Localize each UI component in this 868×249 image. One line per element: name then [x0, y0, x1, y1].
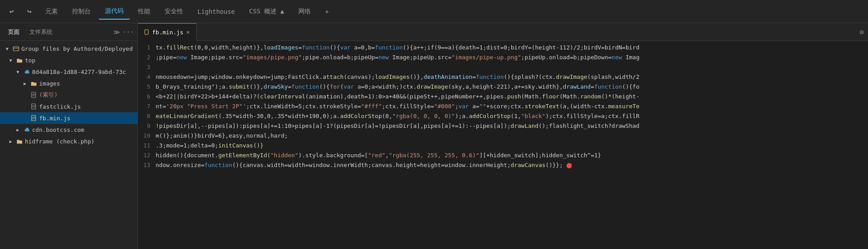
- tree-top-folder[interactable]: ▼ top: [0, 54, 137, 66]
- code-line-10: 10 m()};anim()}birdV=6},easy,normal,hard…: [138, 131, 868, 141]
- code-line-9: 9 !pipesDir[a],--pipes[a]):pipes[a]+=1:1…: [138, 121, 868, 131]
- more-icon[interactable]: ···: [123, 29, 134, 36]
- index-file-label: (索引): [39, 91, 58, 99]
- top-folder-icon: [16, 57, 23, 64]
- images-folder-icon: [30, 80, 37, 87]
- editor-tab-close[interactable]: ×: [186, 29, 189, 36]
- line-num-9: 9: [138, 121, 156, 131]
- line-content-13: ndow.onresize=function(){canvas.width=wi…: [156, 160, 868, 170]
- line-content-9: !pipesDir[a],--pipes[a]):pipes[a]+=1:10>…: [156, 121, 868, 131]
- group-label: Group files by Authored/Deployed: [21, 45, 133, 52]
- sidebar-tab-icons: ≫ ···: [113, 29, 134, 36]
- tab-console[interactable]: 控制台: [66, 4, 97, 20]
- tab-elements[interactable]: 元素: [39, 4, 64, 20]
- line-content-11: .3;mode=1;delta=0;initCanvas()}: [156, 141, 868, 151]
- sidebar-tab-page[interactable]: 页面: [4, 26, 24, 38]
- tree-fbminjs-file[interactable]: ▶ fb.min.js: [0, 112, 137, 124]
- tree-fastclick-file[interactable]: ▶ fastclick.js: [0, 101, 137, 112]
- line-content-3: [156, 62, 868, 72]
- cdn-chevron: ▶: [14, 126, 21, 133]
- tree-group-files[interactable]: ▼ Group files by Authored/Deployed: [0, 43, 137, 54]
- sidebar-tree: ▼ Group files by Authored/Deployed ▼ top: [0, 41, 137, 249]
- editor-area: fb.min.js × ⊟ 1 tx.fillRect(0,0,width,he…: [138, 23, 868, 249]
- expand-icon[interactable]: ≫: [113, 29, 120, 36]
- line-content-5: b_0rays_training");a.submit()},drawSky=f…: [156, 82, 868, 92]
- tree-cloud-item[interactable]: ▼ 8d4a818a-1d88-4277-9abd-73c: [0, 66, 137, 78]
- line-num-6: 6: [138, 92, 156, 102]
- group-chevron: ▼: [4, 45, 11, 52]
- tab-security[interactable]: 安全性: [158, 4, 189, 20]
- line-content-12: hidden(){document.getElementById("hidden…: [156, 151, 868, 160]
- cloud-icon: [23, 68, 30, 75]
- forward-icon[interactable]: ↪: [21, 4, 37, 20]
- top-chevron: ▼: [7, 57, 14, 64]
- cloud-label: 8d4a818a-1d88-4277-9abd-73c: [32, 69, 126, 75]
- line-num-7: 7: [138, 102, 156, 111]
- code-line-6: 6 <b+22||birdY+22>b+144+delta)?(clearInt…: [138, 92, 868, 102]
- tree-hidframe-folder[interactable]: ▶ hidframe (check.php): [0, 135, 137, 147]
- hidframe-chevron: ▶: [7, 138, 14, 145]
- line-content-7: nt='20px "Press Start 2P"';ctx.lineWidth…: [156, 102, 868, 111]
- code-line-12: 12 hidden(){document.getElementById("hid…: [138, 151, 868, 160]
- tab-lighthouse[interactable]: Lighthouse: [191, 4, 241, 20]
- editor-split-icon[interactable]: ⊟: [856, 29, 868, 36]
- hidframe-folder-label: hidframe (check.php): [25, 138, 95, 145]
- cloud-chevron: ▼: [14, 68, 21, 75]
- tab-css-overview[interactable]: CSS 概述 ▲: [243, 4, 290, 20]
- line-num-3: 3: [138, 62, 156, 72]
- code-editor[interactable]: 1 tx.fillRect(0,0,width,height)},loadIma…: [138, 41, 868, 249]
- images-chevron: ▶: [21, 80, 28, 87]
- toolbar: ↩ ↪ 元素 控制台 源代码 性能 安全性 Lighthouse CSS 概述 …: [0, 0, 868, 23]
- sidebar-tabs: 页面 文件系统 ≫ ···: [0, 23, 137, 41]
- line-content-10: m()};anim()}birdV=6},easy,normal,hard;: [156, 131, 868, 141]
- code-line-5: 5 b_0rays_training");a.submit()},drawSky…: [138, 82, 868, 92]
- line-content-6: <b+22||birdY+22>b+144+delta)?(clearInter…: [156, 92, 868, 102]
- line-num-8: 8: [138, 111, 156, 121]
- top-folder-label: top: [25, 57, 35, 64]
- sidebar: 页面 文件系统 ≫ ··· ▼ Group files by Authored/…: [0, 23, 138, 249]
- code-line-4: 4 nmousedown=jump;window.onkeydown=jump;…: [138, 72, 868, 82]
- code-line-3: 3: [138, 62, 868, 72]
- back-icon[interactable]: ↩: [4, 4, 20, 20]
- line-content-2: ;pipe=new Image;pipe.src="images/pipe.pn…: [156, 53, 868, 62]
- line-num-10: 10: [138, 131, 156, 141]
- tree-images-folder[interactable]: ▶ images: [0, 78, 137, 89]
- images-folder-label: images: [39, 80, 60, 87]
- main-layout: 页面 文件系统 ≫ ··· ▼ Group files by Authored/…: [0, 23, 868, 249]
- line-content-8: eateLinearGradient(.35*width-30,0,.35*wi…: [156, 111, 868, 121]
- code-line-8: 8 eateLinearGradient(.35*width-30,0,.35*…: [138, 111, 868, 121]
- tree-index-file[interactable]: ▶ (索引): [0, 89, 137, 101]
- tab-more[interactable]: +: [319, 4, 335, 20]
- line-num-12: 12: [138, 151, 156, 160]
- line-num-11: 11: [138, 141, 156, 151]
- fastclick-file-label: fastclick.js: [39, 103, 81, 110]
- svg-rect-0: [13, 47, 19, 51]
- editor-tabs: fb.min.js × ⊟: [138, 23, 868, 41]
- fbminjs-file-icon: [30, 114, 37, 122]
- code-line-2: 2 ;pipe=new Image;pipe.src="images/pipe.…: [138, 53, 868, 62]
- code-line-7: 7 nt='20px "Press Start 2P"';ctx.lineWid…: [138, 102, 868, 111]
- code-line-11: 11 .3;mode=1;delta=0;initCanvas()}: [138, 141, 868, 151]
- tab-network[interactable]: 网络: [292, 4, 317, 20]
- line-num-4: 4: [138, 72, 156, 82]
- sidebar-tab-filesystem[interactable]: 文件系统: [25, 26, 57, 38]
- cdn-icon: [23, 126, 30, 133]
- fastclick-file-icon: [30, 103, 37, 110]
- hidframe-folder-icon: [16, 138, 23, 145]
- line-num-1: 1: [138, 43, 156, 53]
- group-icon: [12, 45, 20, 52]
- line-content-1: tx.fillRect(0,0,width,height)},loadImage…: [156, 43, 868, 53]
- editor-tab-fbminjs[interactable]: fb.min.js ×: [138, 23, 197, 41]
- tree-cdn-item[interactable]: ▶ cdn.bootcss.com: [0, 124, 137, 135]
- code-line-13: 13 ndow.onresize=function(){canvas.width…: [138, 160, 868, 170]
- line-num-13: 13: [138, 160, 156, 170]
- svg-rect-4: [145, 30, 149, 34]
- tab-performance[interactable]: 性能: [132, 4, 157, 20]
- line-content-4: nmousedown=jump;window.onkeydown=jump;Fa…: [156, 72, 868, 82]
- tab-sources[interactable]: 源代码: [99, 4, 130, 20]
- code-line-1: 1 tx.fillRect(0,0,width,height)},loadIma…: [138, 43, 868, 53]
- line-num-2: 2: [138, 53, 156, 62]
- fbminjs-file-label: fb.min.js: [39, 115, 70, 122]
- index-file-icon: [30, 91, 37, 98]
- line-num-5: 5: [138, 82, 156, 92]
